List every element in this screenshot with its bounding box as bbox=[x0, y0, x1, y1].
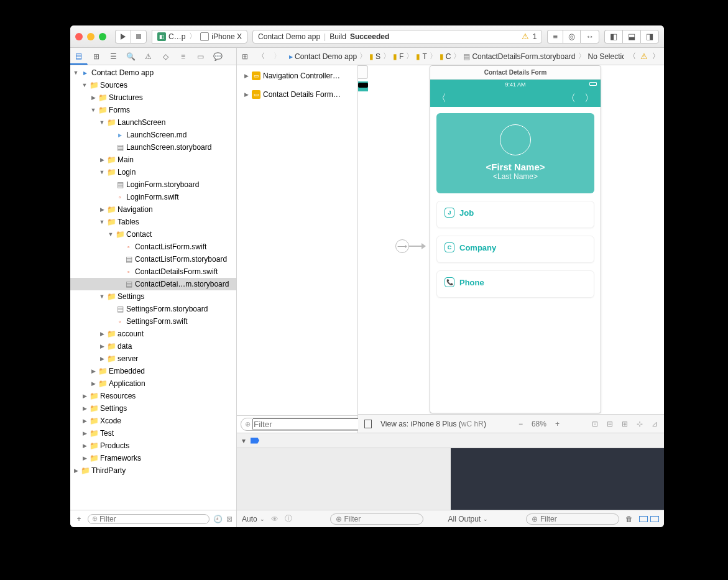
variables-filter[interactable]: ⊕ bbox=[330, 513, 423, 525]
show-variables-pane[interactable] bbox=[639, 516, 648, 522]
file-row[interactable]: ▼📁Tables bbox=[70, 216, 236, 228]
outline-filter-input[interactable] bbox=[252, 418, 360, 430]
output-selector[interactable]: All Output ⌄ bbox=[448, 515, 489, 523]
report-nav-tab[interactable]: 💬 bbox=[210, 48, 227, 65]
file-row[interactable]: ◦ContactDetailsForm.swift bbox=[70, 265, 236, 278]
disclosure-icon[interactable]: ▶ bbox=[243, 73, 249, 79]
disclosure-icon[interactable]: ▶ bbox=[90, 368, 96, 374]
toggle-right-panel[interactable]: ◨ bbox=[640, 30, 659, 44]
prev-issue[interactable]: 〈 bbox=[624, 48, 640, 65]
file-row[interactable]: ▼📁Sources bbox=[70, 79, 236, 91]
file-row[interactable]: ▼📁Forms bbox=[70, 104, 236, 116]
device-config-icon[interactable] bbox=[364, 420, 372, 428]
outline-item[interactable]: ▶ ▭ Contact Details Form… bbox=[239, 88, 355, 101]
file-row[interactable]: ▶📁Settings bbox=[70, 402, 236, 415]
disclosure-icon[interactable]: ▶ bbox=[81, 443, 88, 449]
add-button[interactable]: + bbox=[74, 515, 84, 523]
disclosure-icon[interactable]: ▶ bbox=[81, 418, 88, 424]
disclosure-icon[interactable]: ▶ bbox=[90, 380, 96, 387]
back-button[interactable]: 〈 bbox=[253, 48, 269, 65]
zoom-out[interactable]: − bbox=[518, 420, 523, 428]
toggle-bottom-panel[interactable]: ⬓ bbox=[622, 30, 640, 44]
zoom-window[interactable] bbox=[99, 33, 106, 40]
filter-input[interactable] bbox=[99, 515, 205, 523]
breakpoint-nav-tab[interactable]: ▭ bbox=[192, 48, 210, 65]
issue-nav-tab[interactable]: ⚠ bbox=[140, 48, 157, 65]
file-row[interactable]: ▶📁Frameworks bbox=[70, 452, 236, 464]
scene-contact-details[interactable]: Contact Details Form 9:41 AM 〈 〈 〉 bbox=[430, 65, 601, 413]
file-row[interactable]: ▶📁Navigation bbox=[70, 203, 236, 216]
source-control-nav-tab[interactable]: ⊞ bbox=[88, 48, 105, 65]
file-row[interactable]: ▤ContactDetai…m.storyboard bbox=[70, 278, 236, 290]
disclosure-icon[interactable]: ▶ bbox=[99, 157, 105, 163]
disclosure-icon[interactable]: ▶ bbox=[73, 467, 79, 474]
file-row[interactable]: ◦LoginForm.swift bbox=[70, 191, 236, 203]
file-row[interactable]: ▶📁Test bbox=[70, 427, 236, 440]
related-items[interactable]: ⊞ bbox=[237, 48, 253, 65]
file-tree[interactable]: ▼▸Contact Demo app▼📁Sources▶📁Structures▼… bbox=[70, 65, 236, 510]
close-window[interactable] bbox=[75, 33, 83, 40]
scheme-selector[interactable]: ◧ C…p 〉 iPhone X bbox=[152, 30, 247, 44]
activity-viewer[interactable]: Contact Demo app | Build Succeeded ⚠ 1 bbox=[252, 30, 542, 44]
next-issue[interactable]: 〉 bbox=[648, 48, 664, 65]
outline-item[interactable]: ▶ ▭ Navigation Controller… bbox=[239, 69, 355, 83]
file-row[interactable]: ▶📁ThirdParty bbox=[70, 464, 236, 477]
disclosure-icon[interactable]: ▼ bbox=[99, 219, 105, 225]
file-row[interactable]: ◦ContactListForm.swift bbox=[70, 241, 236, 253]
find-nav-tab[interactable]: 🔍 bbox=[122, 48, 140, 65]
info-icon[interactable]: ⓘ bbox=[285, 513, 292, 524]
stop-button[interactable] bbox=[131, 30, 147, 44]
disclosure-icon[interactable]: ▼ bbox=[81, 82, 88, 88]
zoom-in[interactable]: + bbox=[555, 420, 560, 428]
file-row[interactable]: ▶📁server bbox=[70, 352, 236, 365]
file-row[interactable]: ▤SettingsForm.storyboard bbox=[70, 303, 236, 315]
align-icon[interactable]: ⊟ bbox=[607, 420, 613, 428]
project-nav-tab[interactable]: ▤ bbox=[70, 48, 88, 65]
disclosure-icon[interactable]: ▼ bbox=[108, 231, 114, 237]
disclosure-icon[interactable]: ▶ bbox=[90, 94, 96, 101]
disclosure-icon[interactable]: ▼ bbox=[90, 107, 96, 113]
disclosure-icon[interactable]: ▼ bbox=[99, 293, 105, 300]
minimize-window[interactable] bbox=[87, 33, 94, 40]
filter-field[interactable]: ⊕ bbox=[88, 514, 210, 524]
debug-view-icon[interactable]: ▾ bbox=[242, 436, 246, 445]
variables-view[interactable] bbox=[237, 448, 451, 510]
file-row[interactable]: ▶📁Xcode bbox=[70, 415, 236, 427]
file-row[interactable]: ▸LaunchScreen.md bbox=[70, 129, 236, 141]
file-row[interactable]: ▶📁Application bbox=[70, 377, 236, 390]
editor-version[interactable]: ↔ bbox=[580, 30, 599, 44]
file-row[interactable]: ▤ContactListForm.storyboard bbox=[70, 253, 236, 265]
disclosure-icon[interactable]: ▶ bbox=[99, 356, 105, 362]
breakpoint-toggle[interactable] bbox=[251, 438, 259, 444]
disclosure-icon[interactable]: ▶ bbox=[99, 206, 105, 213]
file-row[interactable]: ▤LoginForm.storyboard bbox=[70, 178, 236, 191]
console-filter[interactable]: ⊕ bbox=[526, 513, 619, 525]
resize-icon[interactable]: ⊿ bbox=[652, 420, 658, 428]
disclosure-icon[interactable]: ▶ bbox=[81, 430, 88, 436]
view-as-label[interactable]: View as: iPhone 8 Plus (wC hR) bbox=[380, 420, 486, 428]
show-console-pane[interactable] bbox=[650, 516, 659, 522]
toggle-left-panel[interactable]: ◧ bbox=[604, 30, 622, 44]
eye-icon[interactable]: 👁 bbox=[271, 515, 279, 523]
file-row[interactable]: ▼📁LaunchScreen bbox=[70, 116, 236, 129]
pin-icon[interactable]: ⊞ bbox=[622, 420, 628, 428]
disclosure-icon[interactable]: ▶ bbox=[81, 405, 88, 412]
auto-selector[interactable]: Auto ⌄ bbox=[242, 515, 265, 523]
variables-filter-input[interactable] bbox=[344, 515, 418, 523]
disclosure-icon[interactable]: ▶ bbox=[81, 455, 88, 461]
file-row[interactable]: ▼📁Settings bbox=[70, 290, 236, 303]
recent-filter-icon[interactable]: 🕘 bbox=[213, 515, 223, 523]
disclosure-icon[interactable]: ▼ bbox=[73, 70, 79, 76]
disclosure-icon[interactable]: ▶ bbox=[243, 91, 249, 98]
test-nav-tab[interactable]: ◇ bbox=[157, 48, 175, 65]
file-row[interactable]: ◦SettingsForm.swift bbox=[70, 315, 236, 328]
disclosure-icon[interactable]: ▼ bbox=[99, 119, 105, 126]
file-row[interactable]: ▶📁account bbox=[70, 328, 236, 340]
clear-console[interactable]: 🗑 bbox=[625, 515, 633, 523]
jump-bar[interactable]: ▸Contact Demo app〉 ▮S〉 ▮F〉 ▮T〉 ▮C〉 ▤Cont… bbox=[285, 48, 624, 65]
file-row[interactable]: ▤LaunchScreen.storyboard bbox=[70, 141, 236, 154]
console-filter-input[interactable] bbox=[540, 515, 614, 523]
segue-arrow[interactable]: ⟶ bbox=[395, 239, 425, 253]
file-row[interactable]: ▶📁Main bbox=[70, 154, 236, 166]
file-row[interactable]: ▶📁Structures bbox=[70, 91, 236, 104]
